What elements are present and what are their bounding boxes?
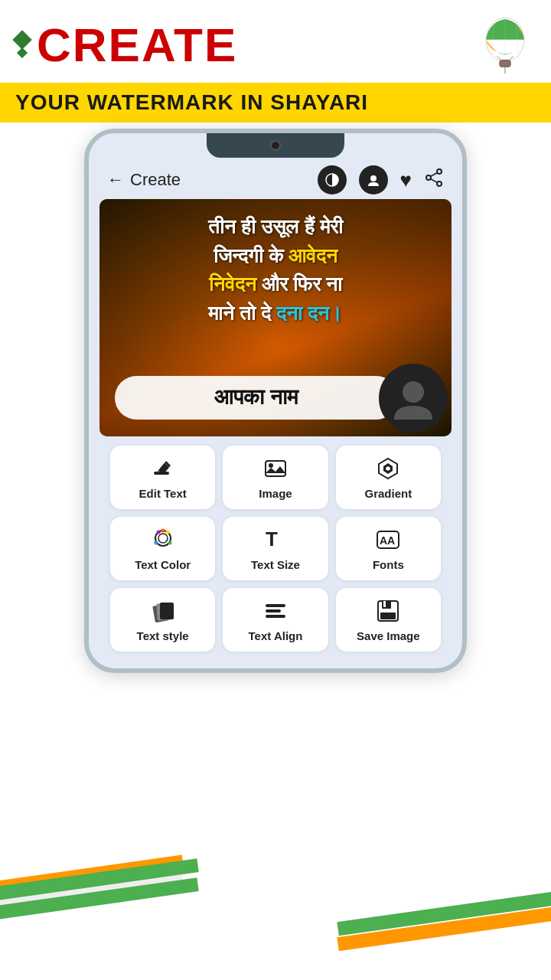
text-color-icon [151, 528, 175, 552]
text-color-button[interactable]: Text Color [110, 517, 215, 580]
svg-point-27 [154, 541, 158, 545]
fonts-button[interactable]: AA Fonts [336, 517, 441, 580]
screen-title: Create [130, 170, 181, 190]
watermark-text: आपका नाम [214, 385, 298, 410]
app-header: CREATE [0, 0, 551, 79]
svg-rect-37 [266, 609, 281, 612]
text-size-button[interactable]: T Text Size [223, 517, 328, 580]
svg-point-28 [165, 531, 169, 534]
diamond-bottom [17, 47, 28, 57]
profile-icon[interactable] [359, 165, 388, 194]
svg-rect-4 [500, 60, 510, 67]
svg-rect-18 [266, 461, 285, 476]
shayari-text: तीन ही उसूल हैं मेरी जिन्दगी के आवेदन नि… [107, 213, 444, 328]
svg-point-9 [370, 175, 377, 181]
image-icon [263, 456, 288, 481]
banner-text: YOUR WATERMARK IN SHAYARI [15, 90, 536, 115]
gradient-label: Gradient [364, 487, 412, 500]
svg-rect-41 [383, 601, 386, 607]
svg-point-10 [437, 169, 442, 174]
svg-rect-38 [266, 615, 285, 618]
svg-text:AA: AA [380, 534, 395, 547]
text-style-icon [151, 599, 175, 623]
back-button[interactable]: ← Create [107, 170, 181, 190]
text-style-label: Text style [137, 629, 189, 642]
edit-text-icon [151, 456, 175, 481]
shayari-line2: जिन्दगी के आवेदन [107, 242, 444, 271]
header-left: CREATE [15, 18, 237, 72]
svg-point-24 [158, 534, 168, 543]
svg-point-12 [426, 175, 431, 180]
text-color-label: Text Color [135, 558, 191, 571]
text-size-icon: T [263, 528, 288, 552]
diamond-top [12, 30, 31, 49]
text-align-button[interactable]: Text Align [223, 588, 328, 652]
avatar-icon [390, 375, 436, 421]
svg-line-13 [431, 172, 438, 176]
save-image-button[interactable]: Save Image [336, 588, 441, 652]
svg-point-19 [269, 463, 273, 468]
gradient-button[interactable]: Gradient [336, 446, 441, 509]
heart-icon[interactable]: ♥ [400, 168, 412, 192]
save-image-icon [376, 599, 400, 623]
watermark-box: आपका नाम [115, 376, 398, 420]
balloon-icon [474, 14, 536, 75]
phone-notch [207, 133, 344, 158]
edit-text-button[interactable]: Edit Text [110, 446, 215, 509]
svg-point-26 [168, 541, 171, 545]
create-title: CREATE [37, 18, 237, 72]
svg-line-14 [431, 178, 438, 182]
svg-rect-42 [380, 612, 396, 619]
text-style-button[interactable]: Text style [110, 588, 215, 652]
svg-rect-40 [382, 601, 391, 609]
avatar-circle[interactable] [379, 364, 448, 433]
phone-topbar: ← Create ♥ [99, 159, 452, 199]
edit-text-label: Edit Text [139, 487, 187, 500]
text-align-icon [263, 599, 288, 623]
text-align-label: Text Align [249, 629, 303, 642]
diamond-icon [15, 33, 29, 57]
image-label: Image [259, 487, 292, 500]
svg-text:T: T [266, 528, 278, 550]
fonts-icon: AA [376, 528, 400, 552]
phone-frame: ← Create ♥ तीन ही उसूल हैं मेरी [84, 129, 467, 673]
fonts-label: Fonts [373, 558, 404, 571]
shayari-line1: तीन ही उसूल हैं मेरी [107, 213, 444, 242]
svg-rect-35 [160, 603, 174, 619]
svg-rect-36 [266, 604, 285, 607]
text-size-label: Text Size [251, 558, 300, 571]
svg-point-25 [161, 529, 165, 533]
svg-point-15 [403, 381, 424, 403]
shayari-image: तीन ही उसूल हैं मेरी जिन्दगी के आवेदन नि… [99, 199, 452, 436]
yellow-banner: YOUR WATERMARK IN SHAYARI [0, 83, 551, 122]
buttons-grid: Edit Text Image Gradient [99, 436, 452, 658]
svg-point-11 [437, 181, 442, 186]
svg-point-29 [156, 531, 160, 534]
gradient-icon [376, 456, 400, 481]
save-image-label: Save Image [357, 629, 420, 642]
share-icon[interactable] [424, 168, 444, 193]
phone-camera [270, 140, 281, 151]
shayari-line3: निवेदन और फिर ना [107, 270, 444, 299]
phone-container: ← Create ♥ तीन ही उसूल हैं मेरी [0, 129, 551, 673]
shayari-line4: माने तो दे दना दन। [107, 299, 444, 328]
back-arrow-icon: ← [107, 170, 124, 190]
phone-action-icons: ♥ [318, 165, 444, 194]
image-button[interactable]: Image [223, 446, 328, 509]
contrast-icon[interactable] [318, 165, 347, 194]
